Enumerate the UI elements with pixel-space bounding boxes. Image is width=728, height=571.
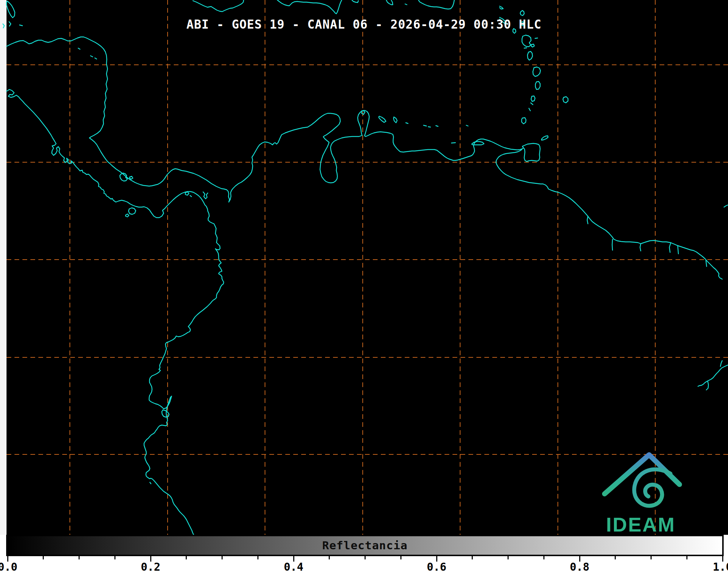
- colorbar-minor-tick: [329, 556, 330, 559]
- coastline-antilles-dot-1: [531, 103, 533, 105]
- coastline-islet-roques-1: [424, 125, 426, 126]
- coastline-guyana-hook-4: [678, 245, 678, 254]
- coastline-right-edge-coast: [724, 205, 728, 207]
- coastline-antilles-6b: [535, 38, 538, 38]
- coastline-grenada: [533, 67, 540, 76]
- colorbar-minor-tick: [43, 556, 44, 559]
- coastline-antilles-12: [522, 118, 526, 124]
- colorbar-axis: 0.00.20.40.60.81.0: [0, 556, 728, 571]
- coastline-pearl-island-2: [190, 196, 192, 197]
- ideam-logo: IDEAM: [597, 451, 684, 535]
- colorbar-minor-tick: [114, 556, 115, 559]
- colorbar-label: Reflectancia: [322, 538, 408, 551]
- colorbar-tick-label: 1.0: [713, 560, 728, 571]
- ideam-logo-text: IDEAM: [597, 513, 684, 535]
- coastline-coiba-2: [126, 214, 129, 217]
- coastline-lobos-islet: [150, 482, 151, 484]
- coastline-antilles-7: [531, 44, 534, 47]
- coastline-tobago: [542, 136, 548, 140]
- coastline-miskito-cay-3: [78, 48, 80, 49]
- colorbar: Reflectancia 0.00.20.40.60.81.0: [0, 535, 728, 571]
- coastline-puerto-rico-south: [418, 0, 454, 9]
- coastline-antilles-9: [527, 51, 533, 60]
- coastline-antilles-1: [500, 6, 503, 9]
- colorbar-minor-tick: [79, 556, 80, 559]
- coastline-amazon-branch-1: [706, 381, 708, 390]
- colorbar-minor-tick: [222, 556, 223, 559]
- colorbar-minor-tick: [686, 556, 687, 559]
- colorbar-minor-tick: [400, 556, 401, 559]
- coastline-antilles-8: [524, 48, 527, 48]
- coastline-islet-blanquilla: [466, 125, 468, 126]
- colorbar-tick-label: 0.4: [284, 560, 303, 571]
- colorbar-tick-label: 0.6: [427, 560, 446, 571]
- coastline-guyana-hook-3: [640, 244, 641, 251]
- colorbar-minor-tick: [543, 556, 544, 559]
- coastline-amazon-river: [698, 365, 728, 386]
- coastline-guyana-hook-5: [612, 239, 613, 250]
- colorbar-tick-label: 0.0: [0, 560, 17, 571]
- coastline-bocas-island: [130, 176, 133, 179]
- coastline-caribbean-mainland: [7, 37, 722, 279]
- colorbar-minor-tick: [186, 556, 187, 559]
- coastline-antilles-10: [535, 81, 540, 89]
- colorbar-minor-tick: [651, 556, 652, 559]
- colorbar-tick-label: 0.2: [141, 560, 160, 571]
- coastline-amazon-branch-2: [720, 361, 722, 366]
- map-area: ABI - GOES 19 - CANAL 06 - 2026-04-29 00…: [0, 0, 728, 535]
- coastline-pacific-mainland: [7, 89, 224, 535]
- coastline-islet-orchila: [436, 126, 438, 126]
- coastline-atrato-river: [203, 192, 208, 199]
- colorbar-minor-tick: [365, 556, 366, 559]
- coastline-antilles-dot-2: [529, 108, 530, 111]
- coastline-bonaire: [394, 117, 397, 123]
- coastline-islet-tortuga: [451, 143, 455, 143]
- coastline-hispaniola-south: [277, 0, 342, 14]
- coastline-islet-aves: [406, 123, 408, 123]
- colorbar-minor-tick: [615, 556, 616, 559]
- coastline-mona-islet: [405, 4, 407, 5]
- coastline-puerto-rico-west: [386, 0, 393, 5]
- coastline-coiba: [129, 208, 136, 214]
- coastline-pearl-island-1: [185, 192, 189, 195]
- coastline-miskito-cay-1: [91, 56, 93, 57]
- coastline-barbados: [563, 97, 568, 103]
- coastline-trinidad: [522, 143, 540, 161]
- coastline-hispaniola-east-tip: [352, 0, 358, 3]
- coastline-antilles-2: [520, 11, 524, 16]
- colorbar-minor-tick: [508, 556, 509, 559]
- colorbar-gradient: Reflectancia: [6, 535, 724, 556]
- coastline-topleft-island: [7, 1, 15, 18]
- coastline-guyana-hook-6: [587, 216, 588, 224]
- ideam-logo-graphic: [597, 451, 684, 515]
- colorbar-minor-tick: [257, 556, 258, 559]
- coastline-islet-roques-2: [428, 127, 430, 127]
- colorbar-minor-tick: [472, 556, 473, 559]
- coastline-miskito-cay-2: [95, 58, 97, 59]
- coastline-guyana-hook-1: [669, 243, 671, 252]
- map-title: ABI - GOES 19 - CANAL 06 - 2026-04-29 00…: [0, 17, 728, 32]
- coastline-jamaica-south: [193, 0, 244, 12]
- coastline-antilles-6: [522, 35, 531, 47]
- coastline-antilles-11: [531, 96, 535, 101]
- colorbar-tick-label: 0.8: [570, 560, 589, 571]
- coastline-curacao: [379, 116, 386, 122]
- coastline-guyana-hook-2: [706, 260, 707, 266]
- hurricane-spiral-icon: [634, 469, 670, 506]
